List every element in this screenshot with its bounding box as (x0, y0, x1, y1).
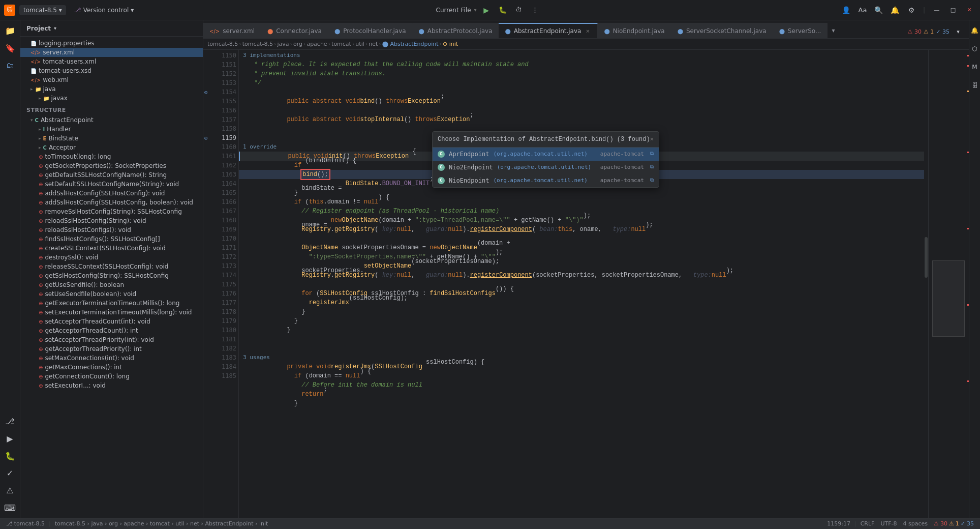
tree-item-tomcat-users-xsd[interactable]: 📄 tomcat-users.xsd (20, 66, 203, 75)
tree-item-java[interactable]: ▸ 📁 java (20, 84, 203, 94)
settings-icon[interactable]: ⚙ (905, 4, 918, 17)
apr-copy-icon[interactable]: ⧉ (650, 150, 654, 159)
tab-overflow-button[interactable]: ▾ (828, 23, 839, 38)
search-everywhere-button[interactable]: 🔍 (872, 4, 885, 17)
bc-net[interactable]: net (369, 41, 378, 47)
structure-item-destroyssl[interactable]: ⊕ destroySsl(): void (20, 253, 203, 262)
maximize-button[interactable]: □ (946, 4, 960, 17)
sidebar-item-git[interactable]: ⎇ (2, 413, 18, 429)
structure-item-addsslhostconfig1[interactable]: ⊕ addSslHostConfig(SSLHostConfig): void (20, 189, 203, 198)
tree-item-tomcat-users-xml[interactable]: </> tomcat-users.xml (20, 57, 203, 66)
structure-item-setexecutori[interactable]: ⊕ setExecutorI...: void (20, 381, 203, 390)
run-button[interactable]: ▶ (480, 4, 493, 17)
structure-item-getacceptorthreadpriority[interactable]: ⊕ getAcceptorThreadPriority(): int (20, 344, 203, 354)
structure-item-bindstate[interactable]: ▸ E BindState (20, 134, 203, 143)
structure-item-getconnectioncount[interactable]: ⊕ getConnectionCount(): long (20, 372, 203, 381)
status-indent[interactable]: 4 spaces (901, 520, 930, 527)
tab-abstractprotocol-java[interactable]: ⬤ AbstractProtocol.java (413, 23, 499, 38)
nio2-copy-icon[interactable]: ⧉ (650, 163, 654, 172)
status-position[interactable]: 1159:17 (825, 520, 852, 527)
tab-protocolhandler-java[interactable]: ⬤ ProtocolHandler.java (328, 23, 413, 38)
structure-item-handler[interactable]: ▸ I Handler (20, 125, 203, 134)
tree-item-server-xml[interactable]: </> server.xml (20, 48, 203, 57)
status-problems[interactable]: ⚠ 30 ⚠ 1 ✓ 35 (932, 520, 976, 527)
structure-item-setacceptorthreadpriority[interactable]: ⊕ setAcceptorThreadPriority(int): void (20, 335, 203, 344)
bc-tomcat[interactable]: tomcat (331, 41, 351, 47)
project-selector[interactable]: tomcat-8.5 ▾ (19, 5, 66, 15)
tab-close-abstractendpoint[interactable]: ✕ (584, 27, 591, 35)
nio-copy-icon[interactable]: ⧉ (650, 176, 654, 185)
structure-item-removesslhostconfig[interactable]: ⊕ removeSslHostConfig(String): SSLHostCo… (20, 207, 203, 216)
structure-item-addsslhostconfig2[interactable]: ⊕ addSslHostConfig(SSLHostConfig, boolea… (20, 198, 203, 207)
structure-item-abstractendpoint[interactable]: ▾ C AbstractEndpoint (20, 115, 203, 125)
structure-item-getsslhostconfig[interactable]: ⊕ getSslHostConfig(String): SSLHostConfi… (20, 271, 203, 280)
sidebar-item-problems[interactable]: ⚠ (2, 482, 18, 498)
bc-method[interactable]: ⊕ init (443, 41, 458, 47)
impls-gutter-icon[interactable]: ⊙ (204, 89, 208, 96)
bc-tomcat85-2[interactable]: tomcat-8.5 (242, 41, 273, 47)
close-button[interactable]: ✕ (963, 4, 976, 17)
sidebar-item-terminal[interactable]: ⌨ (2, 499, 18, 516)
structure-item-totimeout[interactable]: ⊕ toTimeout(long): long (20, 152, 203, 161)
popup-close-icon[interactable]: ✕ (650, 135, 654, 144)
structure-item-getsocketprops[interactable]: ⊕ getSocketProperties(): SocketPropertie… (20, 161, 203, 170)
structure-item-setexecutortermination[interactable]: ⊕ setExecutorTerminationTimeoutMillis(lo… (20, 308, 203, 317)
structure-item-getacceptorthreadcount[interactable]: ⊕ getAcceptorThreadCount(): int (20, 326, 203, 335)
structure-item-setmaxconnections[interactable]: ⊕ setMaxConnections(int): void (20, 354, 203, 363)
tab-server-xml[interactable]: </> server.xml (203, 23, 261, 38)
tab-connector-java[interactable]: ⬤ Connector.java (261, 23, 328, 38)
structure-item-setacceptorthreadcount[interactable]: ⊕ setAcceptorThreadCount(int): void (20, 317, 203, 326)
right-icon-notifications[interactable]: 🔔 (967, 22, 981, 39)
sidebar-item-todo[interactable]: ✓ (2, 465, 18, 481)
bc-tomcat85-1[interactable]: tomcat-8.5 (207, 41, 238, 47)
structure-item-getexecutortermination[interactable]: ⊕ getExecutorTerminationTimeoutMillis():… (20, 299, 203, 308)
status-breadcrumb[interactable]: tomcat-8.5 › java › org › apache › tomca… (53, 520, 270, 527)
editor-scrollbar[interactable] (924, 50, 928, 518)
structure-item-setusesendfile[interactable]: ⊕ setUseSendfile(boolean): void (20, 289, 203, 299)
status-line-separator[interactable]: CRLF (859, 520, 877, 527)
tree-item-web-xml[interactable]: </> web.xml (20, 75, 203, 84)
sidebar-item-debug[interactable]: 🐛 (2, 448, 18, 464)
popup-item-aprendpoint[interactable]: C AprEndpoint (org.apache.tomcat.util.ne… (433, 148, 659, 161)
bc-util[interactable]: util (355, 41, 364, 47)
tree-item-logging[interactable]: 📄 logging.properties (20, 39, 203, 48)
structure-item-reloadsslhostconfigs[interactable]: ⊕ reloadSslHostConfigs(): void (20, 225, 203, 234)
bc-class[interactable]: ⬤ AbstractEndpoint (382, 41, 439, 47)
vcs-selector[interactable]: ⎇ Version control ▾ (70, 5, 138, 15)
override-gutter-icon[interactable]: ⊙ (204, 135, 208, 141)
structure-item-setdefaultsslhostconfigname[interactable]: ⊕ setDefaultSSLHostConfigName(String): v… (20, 180, 203, 189)
sidebar-item-bookmarks[interactable]: 🔖 (2, 40, 18, 56)
more-run-button[interactable]: ⋮ (529, 4, 542, 17)
profile-button[interactable]: ⏱ (512, 4, 526, 17)
status-vcs[interactable]: ⎇ tomcat-8.5 (4, 520, 47, 527)
translate-icon[interactable]: Aa (856, 4, 869, 17)
bc-java[interactable]: java (277, 41, 289, 47)
minimize-button[interactable]: — (930, 4, 943, 17)
structure-item-releasesslcontext[interactable]: ⊕ releaseSSLContext(SSLHostConfig): void (20, 262, 203, 271)
sidebar-item-structure[interactable]: 🗂 (2, 57, 18, 73)
tab-serverso-java[interactable]: ⬤ ServerSo... (773, 23, 828, 38)
sidebar-item-run[interactable]: ▶ (2, 430, 18, 447)
structure-item-reloadsslhostconfig[interactable]: ⊕ reloadSslHostConfig(String): void (20, 216, 203, 225)
code-editor[interactable]: 3 implementations * right place. It is e… (239, 50, 928, 518)
status-encoding[interactable]: UTF-8 (878, 520, 899, 527)
bc-apache[interactable]: apache (307, 41, 327, 47)
popup-item-nio2endpoint[interactable]: C Nio2Endpoint (org.apache.tomcat.util.n… (433, 161, 659, 174)
structure-item-getusesendfile[interactable]: ⊕ getUseSendfile(): boolean (20, 280, 203, 289)
tab-serversocketchannel-java[interactable]: ⬤ ServerSocketChannel.java (671, 23, 773, 38)
tab-nioendpoint-java[interactable]: ⬤ NioEndpoint.java (598, 23, 671, 38)
structure-item-getdefaultsslhostconfigname[interactable]: ⊕ getDefaultSSLHostConfigName(): String (20, 170, 203, 180)
tab-abstractendpoint-java[interactable]: ⬤ AbstractEndpoint.java ✕ (499, 23, 598, 38)
notifications-icon[interactable]: 🔔 (889, 4, 902, 17)
structure-item-createsslcontext[interactable]: ⊕ createSSLContext(SSLHostConfig): void (20, 244, 203, 253)
sidebar-item-project[interactable]: 📁 (2, 22, 18, 39)
editor-settings-button[interactable]: ▾ (952, 25, 965, 38)
bc-org[interactable]: org (293, 41, 302, 47)
structure-item-acceptor[interactable]: ▸ C Acceptor (20, 143, 203, 152)
tree-item-javax[interactable]: ▸ 📁 javax (20, 94, 203, 103)
structure-item-findsslhostconfigs[interactable]: ⊕ findSslHostConfigs(): SSLHostConfig[] (20, 234, 203, 244)
structure-item-getmaxconnections[interactable]: ⊕ getMaxConnections(): int (20, 363, 203, 372)
popup-item-nioendpoint[interactable]: C NioEndpoint (org.apache.tomcat.util.ne… (433, 174, 659, 187)
debug-button[interactable]: 🐛 (496, 4, 509, 17)
user-icon[interactable]: 👤 (840, 4, 853, 17)
